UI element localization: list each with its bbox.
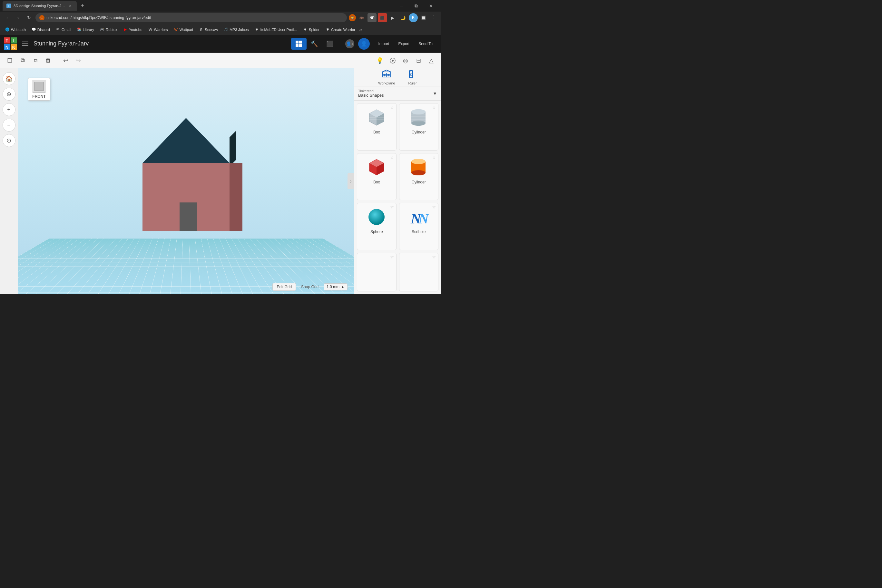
webauth-icon: 🌐 (5, 27, 10, 32)
bookmark-webauth[interactable]: 🌐 Webauth (3, 26, 28, 33)
export-button[interactable]: Export (394, 40, 414, 48)
bookmark-roblox-label: Roblox (106, 28, 117, 32)
bookmark-seesaw[interactable]: S Seesaw (196, 26, 220, 33)
window-controls: ─ ⧉ ✕ (394, 0, 438, 12)
grey-cylinder-favorite-button[interactable]: ☆ (432, 105, 436, 110)
color-button[interactable]: ⬛ (322, 38, 338, 50)
brave-rewards-icon[interactable]: 🦇 (357, 13, 366, 22)
shape-scribble[interactable]: ☆ N N Scribble (399, 203, 439, 250)
shape8-favorite-button[interactable]: ☆ (432, 254, 436, 260)
red-box-favorite-button[interactable]: ☆ (390, 155, 394, 160)
add-person-button[interactable]: 👤+ (345, 39, 354, 48)
panel-toggle-button[interactable]: › (348, 173, 354, 189)
orange-cylinder-favorite-button[interactable]: ☆ (432, 155, 436, 160)
scribble-label: Scribble (412, 230, 426, 234)
address-field[interactable]: 🛡 tinkercad.com/things/dkpDpoQWfFJ-stunn… (36, 13, 347, 22)
toolbar-right-buttons: 💡 ◎ ⊟ △ (374, 55, 437, 66)
shape-orange-cylinder[interactable]: ☆ Cylinder (399, 153, 439, 201)
mirror-button[interactable]: △ (426, 55, 437, 66)
browser-tab[interactable]: T 3D design Stunning Fyyran-Jarv | T ✕ (3, 1, 77, 10)
bookmark-warriors-label: Warriors (154, 28, 168, 32)
minimize-button[interactable]: ─ (394, 0, 409, 12)
shape-grey-box[interactable]: ☆ Box (357, 103, 396, 150)
perspective-button[interactable]: ⊙ (3, 134, 15, 147)
extension4-icon[interactable]: 🔲 (419, 13, 428, 22)
import-button[interactable]: Import (374, 40, 394, 48)
bookmark-gmail[interactable]: ✉ Gmail (53, 26, 74, 33)
dropdown-arrow-icon: ▼ (433, 91, 437, 96)
shapes-category-dropdown[interactable]: Tinkercad Basic Shapes ▼ (354, 86, 441, 100)
grey-box-favorite-button[interactable]: ☆ (390, 105, 394, 110)
bookmark-youtube[interactable]: ▶ Youtube (121, 26, 145, 33)
delete-button[interactable]: 🗑 (42, 55, 54, 66)
bookmark-createwarrior-label: Create Warrior (331, 28, 355, 32)
shape-item-7[interactable]: ☆ (357, 253, 396, 292)
align-center-button[interactable]: ◎ (400, 55, 411, 66)
edit-grid-button[interactable]: Edit Grid (272, 283, 296, 291)
bookmark-discord[interactable]: 💬 Discord (29, 26, 52, 33)
sendto-button[interactable]: Send To (414, 40, 437, 48)
grey-box-label: Box (373, 130, 380, 134)
brave-shield-icon[interactable]: 🦁 (349, 14, 356, 21)
shape-grey-cylinder[interactable]: ☆ Cylin (399, 103, 439, 150)
bookmark-library[interactable]: 📚 Library (75, 26, 97, 33)
fit-view-button[interactable]: ⊕ (3, 88, 15, 100)
spider-icon: ✱ (303, 27, 308, 32)
shape-item-8[interactable]: ☆ (399, 253, 439, 292)
home-view-button[interactable]: 🏠 (3, 72, 15, 85)
extension2-icon[interactable]: ▶ (388, 13, 397, 22)
toolbar-separator-1 (57, 56, 57, 65)
ruler-button[interactable]: Ruler (405, 68, 420, 86)
extension1-icon[interactable]: ⬛ (378, 13, 387, 22)
brave-icon[interactable]: B (409, 13, 418, 22)
bookmark-warriors[interactable]: W Warriors (146, 26, 171, 33)
copy-button[interactable]: ⧉ (17, 55, 28, 66)
ruler-label: Ruler (408, 81, 417, 85)
new-tab-button[interactable]: + (78, 1, 87, 10)
shape7-favorite-button[interactable]: ☆ (390, 254, 394, 260)
snap-grid-value[interactable]: 1.0 mm ▲ (324, 284, 348, 291)
back-button[interactable]: ‹ (3, 13, 12, 22)
align-left-button[interactable] (387, 55, 399, 66)
svg-text:N: N (418, 211, 429, 226)
hamburger-menu-button[interactable] (21, 39, 30, 48)
bookmark-itsme-label: ItsMeLED User Profi... (260, 28, 297, 32)
snap-grid-value-text: 1.0 mm (327, 285, 339, 289)
house-body (142, 163, 230, 231)
bookmark-roblox[interactable]: 🎮 Roblox (98, 26, 120, 33)
shape-red-box[interactable]: ☆ Box (357, 153, 396, 201)
bookmark-createwarrior[interactable]: ✱ Create Warrior (323, 26, 358, 33)
canvas-area[interactable]: FRONT › Edit G (18, 68, 354, 294)
workplane-label: Workplane (378, 81, 395, 85)
grid-view-button[interactable] (291, 38, 307, 50)
maximize-button[interactable]: ⧉ (409, 0, 424, 12)
zoom-out-button[interactable]: − (3, 118, 15, 132)
tab-close-button[interactable]: ✕ (68, 3, 73, 8)
forward-button[interactable]: › (14, 13, 22, 22)
bookmark-wattpad[interactable]: W Wattpad (171, 26, 196, 33)
build-button[interactable]: 🔨 (307, 38, 322, 50)
user-avatar-button[interactable]: 👤 (358, 38, 370, 50)
bookmark-mp3juices[interactable]: 🎵 MP3 Juices (221, 26, 251, 33)
zoom-in-button[interactable]: + (3, 103, 15, 116)
shape-blue-sphere[interactable]: ☆ Sphere (357, 203, 396, 250)
workplane-button[interactable]: Workplane (375, 68, 398, 86)
undo-button[interactable]: ↩ (60, 55, 71, 66)
menu-button[interactable]: ⋮ (429, 13, 438, 22)
new-shape-button[interactable]: ☐ (4, 55, 15, 66)
align-right-button[interactable]: ⊟ (412, 55, 424, 66)
redo-button[interactable]: ↪ (72, 55, 84, 66)
sphere-favorite-button[interactable]: ☆ (390, 204, 394, 210)
app-container: T I N K Stunning Fyyran-Jarv (0, 35, 441, 294)
duplicate-button[interactable]: ⧈ (30, 55, 41, 66)
light-button[interactable]: 💡 (374, 55, 386, 66)
bookmark-itsme[interactable]: ✱ ItsMeLED User Profi... (252, 26, 300, 33)
bookmarks-more-button[interactable]: » (359, 27, 362, 33)
reload-button[interactable]: ↻ (24, 13, 33, 22)
svg-point-38 (411, 170, 426, 176)
scribble-favorite-button[interactable]: ☆ (432, 204, 436, 210)
close-window-button[interactable]: ✕ (424, 0, 438, 12)
extension3-icon[interactable]: 🌙 (399, 13, 408, 22)
np-badge: NP (368, 13, 376, 22)
bookmark-spider[interactable]: ✱ Spider (300, 26, 322, 33)
